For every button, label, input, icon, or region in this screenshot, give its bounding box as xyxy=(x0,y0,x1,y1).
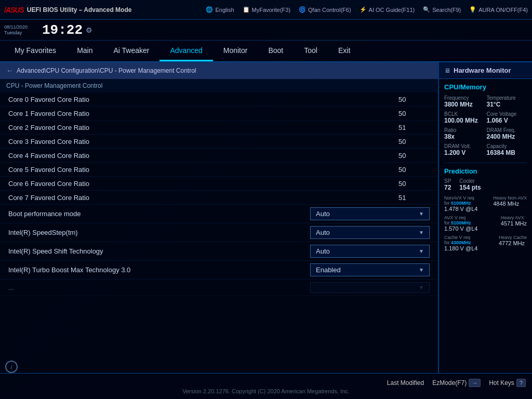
time-settings-icon[interactable]: ⚙ xyxy=(86,26,92,34)
heavy-nonavx-label: Heavy Non-AVX xyxy=(493,195,527,201)
cpu-memory-grid: Frequency 3800 MHz Temperature 31°C BCLK… xyxy=(444,95,527,156)
back-arrow-icon[interactable]: ← xyxy=(6,66,14,75)
cache-pair: Cache V req for 4300MHz 1.180 V @L4 Heav… xyxy=(444,235,527,251)
setting-row-turboboost[interactable]: Intel(R) Turbo Boost Max Technology 3.0 … xyxy=(0,261,438,280)
setting-row-core0[interactable]: Core 0 Favored Core Ratio 50 xyxy=(0,92,438,107)
setting-row-core1[interactable]: Core 1 Favored Core Ratio 50 xyxy=(0,107,438,121)
breadcrumb[interactable]: ← Advanced\CPU Configuration\CPU - Power… xyxy=(0,62,438,79)
turboboost-value: Enabled xyxy=(316,266,341,274)
speedstep-label: Intel(R) SpeedStep(tm) xyxy=(8,229,310,236)
avx-col-left: AVX V req for 5100MHz 1.570 V @L4 xyxy=(444,215,477,232)
info-area: i xyxy=(5,361,18,373)
aioc-label: AI OC Guide(F11) xyxy=(369,7,415,13)
cooler-item: Cooler 154 pts xyxy=(459,178,481,191)
myfavorite-tool[interactable]: 📋 MyFavorite(F3) xyxy=(243,6,291,14)
nav-main[interactable]: Main xyxy=(66,41,103,61)
core1-label: Core 1 Favored Core Ratio xyxy=(8,110,398,117)
core7-value: 51 xyxy=(398,194,430,202)
speedshift-dropdown[interactable]: Auto ▼ xyxy=(310,245,430,258)
cache-for: for 4300MHz xyxy=(444,240,477,245)
turboboost-dropdown[interactable]: Enabled ▼ xyxy=(310,263,430,276)
bclk-label: BCLK xyxy=(444,111,485,117)
search-tool[interactable]: 🔍 Search(F9) xyxy=(423,6,461,14)
avx-for: for 5100MHz xyxy=(444,220,477,225)
boot-perf-value: Auto xyxy=(316,210,330,218)
nav-monitor[interactable]: Monitor xyxy=(213,41,258,61)
capacity-value: 16384 MB xyxy=(487,149,527,156)
ratio-label: Ratio xyxy=(444,127,485,133)
aioc-tool[interactable]: ⚡ AI OC Guide(F11) xyxy=(360,6,415,14)
hidden-label: ... xyxy=(8,284,310,291)
speedstep-dropdown-arrow: ▼ xyxy=(419,230,424,235)
heavy-avx-value: 4571 MHz xyxy=(501,220,527,227)
setting-row-hidden[interactable]: ... ▼ xyxy=(0,280,438,296)
nav-boot[interactable]: Boot xyxy=(258,41,294,61)
setting-row-speedstep[interactable]: Intel(R) SpeedStep(tm) Auto ▼ xyxy=(0,223,438,242)
speedshift-dropdown-arrow: ▼ xyxy=(419,248,424,254)
left-panel: ← Advanced\CPU Configuration\CPU - Power… xyxy=(0,62,438,373)
avx-col-right: Heavy AVX 4571 MHz xyxy=(501,215,527,227)
hot-keys-icon: ? xyxy=(516,379,526,387)
hidden-dropdown-arrow: ▼ xyxy=(419,285,424,290)
aura-tool[interactable]: 💡 AURA ON/OFF(F4) xyxy=(469,6,528,14)
ez-mode-button[interactable]: EzMode(F7) → xyxy=(432,379,481,387)
hidden-dropdown[interactable]: ▼ xyxy=(310,282,430,293)
setting-row-core7[interactable]: Core 7 Favored Core Ratio 51 xyxy=(0,191,438,205)
cooler-value: 154 pts xyxy=(459,184,481,191)
core6-value: 50 xyxy=(398,180,430,188)
nav-exit[interactable]: Exit xyxy=(328,41,361,61)
setting-row-core5[interactable]: Core 5 Favored Core Ratio 50 xyxy=(0,163,438,177)
turboboost-label: Intel(R) Turbo Boost Max Technology 3.0 xyxy=(8,266,310,274)
nonavx-col-left: NonAVX V req for 5100MHz 1.478 V @L4 xyxy=(444,195,477,212)
sp-value: 72 xyxy=(444,184,451,191)
frequency-label: Frequency xyxy=(444,95,485,101)
boot-perf-dropdown[interactable]: Auto ▼ xyxy=(310,207,430,220)
search-icon: 🔍 xyxy=(423,6,430,14)
core2-label: Core 2 Favored Core Ratio xyxy=(8,124,398,131)
hot-keys-button[interactable]: Hot Keys ? xyxy=(489,379,526,387)
core5-value: 50 xyxy=(398,166,430,174)
bclk-value: 100.00 MHz xyxy=(444,117,485,124)
language-tool[interactable]: 🌐 English xyxy=(206,6,234,14)
nonavx-for: for 5100MHz xyxy=(444,201,477,206)
qfan-tool[interactable]: 🌀 Qfan Control(F6) xyxy=(299,6,351,14)
dram-freq-item: DRAM Freq. 2400 MHz xyxy=(487,127,527,140)
nav-favorites[interactable]: My Favorites xyxy=(4,41,66,61)
setting-row-speedshift[interactable]: Intel(R) Speed Shift Technology Auto ▼ xyxy=(0,242,438,261)
setting-row-boot-perf[interactable]: Boot performance mode Auto ▼ xyxy=(0,205,438,223)
core-voltage-value: 1.066 V xyxy=(487,117,527,124)
myfavorite-label: MyFavorite(F3) xyxy=(252,7,291,13)
setting-row-core2[interactable]: Core 2 Favored Core Ratio 51 xyxy=(0,121,438,135)
dram-volt-label: DRAM Volt. xyxy=(444,143,485,149)
language-label: English xyxy=(215,7,234,13)
hw-monitor-header: 🖥 Hardware Monitor xyxy=(439,62,532,79)
avx-row: AVX V req for 5100MHz 1.570 V @L4 Heavy … xyxy=(444,215,527,232)
heavy-nonavx-value: 4848 MHz xyxy=(493,201,527,207)
nav-advanced[interactable]: Advanced xyxy=(159,41,212,61)
footer-copyright: Version 2.20.1276. Copyright (C) 2020 Am… xyxy=(182,388,350,394)
capacity-label: Capacity xyxy=(487,143,527,149)
core4-value: 50 xyxy=(398,152,430,159)
search-label: Search(F9) xyxy=(432,7,461,13)
section-header: CPU - Power Management Control xyxy=(0,79,438,92)
time-display: 19:22 xyxy=(42,22,83,38)
prediction-title: Prediction xyxy=(444,167,527,175)
day-display: Tuesday xyxy=(4,30,38,36)
speedstep-dropdown[interactable]: Auto ▼ xyxy=(310,226,430,239)
setting-row-core4[interactable]: Core 4 Favored Core Ratio 50 xyxy=(0,149,438,163)
header-tools: 🌐 English 📋 MyFavorite(F3) 🌀 Qfan Contro… xyxy=(138,6,528,14)
ez-mode-label: EzMode(F7) xyxy=(432,379,467,387)
info-icon[interactable]: i xyxy=(5,361,18,373)
avx-freq: 5100MHz xyxy=(451,220,471,225)
core5-label: Core 5 Favored Core Ratio xyxy=(8,166,398,174)
dram-volt-item: DRAM Volt. 1.200 V xyxy=(444,143,485,156)
dram-volt-value: 1.200 V xyxy=(444,149,485,156)
nav-tool[interactable]: Tool xyxy=(294,41,328,61)
last-modified-button[interactable]: Last Modified xyxy=(387,379,424,387)
nav-aitweaker[interactable]: Ai Tweaker xyxy=(103,41,159,61)
heavy-cache-label: Heavy Cache xyxy=(499,235,527,240)
core6-label: Core 6 Favored Core Ratio xyxy=(8,180,398,188)
frequency-value: 3800 MHz xyxy=(444,101,485,108)
setting-row-core6[interactable]: Core 6 Favored Core Ratio 50 xyxy=(0,177,438,191)
setting-row-core3[interactable]: Core 3 Favored Core Ratio 50 xyxy=(0,135,438,149)
